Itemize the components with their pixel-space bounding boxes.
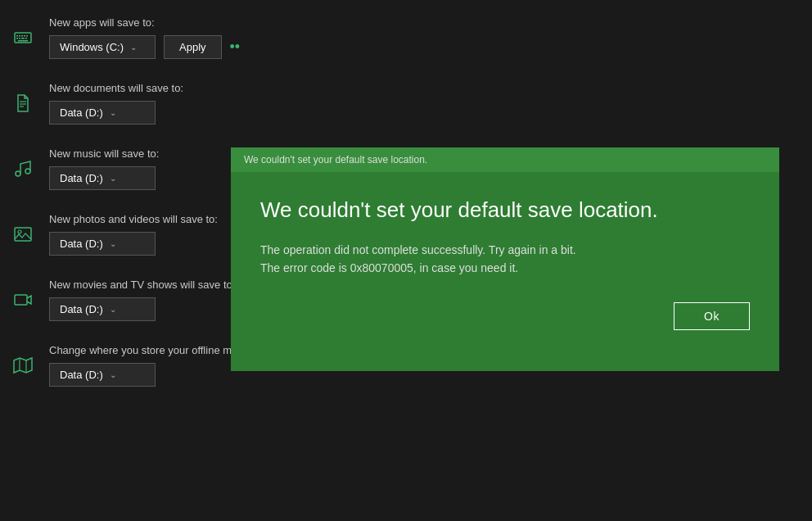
dialog-heading: We couldn't set your default save locati… bbox=[260, 197, 750, 224]
error-dialog: We couldn't set your default save locati… bbox=[231, 147, 779, 371]
dialog-title-bar: We couldn't set your default save locati… bbox=[231, 147, 779, 172]
dialog-overlay: We couldn't set your default save locati… bbox=[0, 0, 812, 521]
dialog-message-line1: The operation did not complete successfu… bbox=[260, 243, 576, 256]
dialog-message: The operation did not complete successfu… bbox=[260, 241, 750, 278]
ok-button[interactable]: Ok bbox=[674, 302, 750, 330]
dialog-message-line2: The error code is 0x80070005, in case yo… bbox=[260, 261, 518, 274]
dialog-body: We couldn't set your default save locati… bbox=[231, 172, 779, 371]
dialog-footer: Ok bbox=[260, 302, 750, 347]
